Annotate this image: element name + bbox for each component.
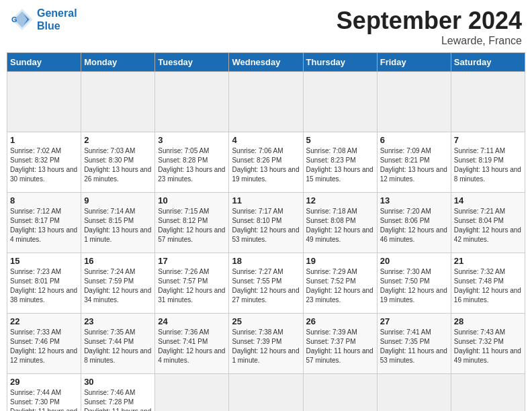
title-block: September 2024 Lewarde, France bbox=[337, 7, 522, 47]
cell-details: Sunrise: 7:14 AMSunset: 8:15 PMDaylight:… bbox=[84, 208, 151, 243]
calendar-cell bbox=[303, 374, 377, 412]
page-header: G General Blue September 2024 Lewarde, F… bbox=[7, 7, 525, 47]
cell-details: Sunrise: 7:11 AMSunset: 8:19 PMDaylight:… bbox=[454, 147, 521, 183]
weekday-header: Monday bbox=[81, 53, 155, 72]
day-number: 24 bbox=[158, 316, 226, 326]
day-number: 3 bbox=[158, 135, 226, 145]
logo-text-top: General bbox=[37, 7, 77, 19]
calendar-week-row: 29Sunrise: 7:44 AMSunset: 7:30 PMDayligh… bbox=[7, 374, 525, 412]
logo-text-bottom: Blue bbox=[37, 19, 77, 32]
calendar-cell: 16Sunrise: 7:24 AMSunset: 7:59 PMDayligh… bbox=[81, 253, 155, 314]
day-number: 7 bbox=[454, 135, 522, 145]
day-number: 15 bbox=[10, 256, 78, 266]
day-number: 19 bbox=[306, 256, 374, 266]
day-number: 1 bbox=[10, 135, 78, 145]
cell-details: Sunrise: 7:29 AMSunset: 7:52 PMDaylight:… bbox=[306, 268, 373, 304]
calendar-week-row: 22Sunrise: 7:33 AMSunset: 7:46 PMDayligh… bbox=[7, 314, 525, 374]
calendar-cell bbox=[303, 72, 377, 132]
cell-details: Sunrise: 7:24 AMSunset: 7:59 PMDaylight:… bbox=[84, 268, 151, 304]
calendar-cell: 29Sunrise: 7:44 AMSunset: 7:30 PMDayligh… bbox=[7, 374, 81, 412]
calendar-cell: 25Sunrise: 7:38 AMSunset: 7:39 PMDayligh… bbox=[229, 314, 303, 374]
day-number: 10 bbox=[158, 195, 226, 205]
calendar-cell bbox=[377, 72, 451, 132]
calendar-week-row: 8Sunrise: 7:12 AMSunset: 8:17 PMDaylight… bbox=[7, 193, 525, 253]
weekday-header: Thursday bbox=[303, 53, 377, 72]
day-number: 27 bbox=[380, 316, 448, 326]
svg-text:G: G bbox=[11, 15, 17, 24]
calendar-week-row: 1Sunrise: 7:02 AMSunset: 8:32 PMDaylight… bbox=[7, 132, 525, 193]
calendar-cell: 4Sunrise: 7:06 AMSunset: 8:26 PMDaylight… bbox=[229, 132, 303, 193]
cell-details: Sunrise: 7:32 AMSunset: 7:48 PMDaylight:… bbox=[454, 268, 521, 304]
day-number: 17 bbox=[158, 256, 226, 266]
cell-details: Sunrise: 7:26 AMSunset: 7:57 PMDaylight:… bbox=[158, 268, 225, 304]
cell-details: Sunrise: 7:35 AMSunset: 7:44 PMDaylight:… bbox=[84, 328, 151, 364]
cell-details: Sunrise: 7:44 AMSunset: 7:30 PMDaylight:… bbox=[10, 389, 77, 411]
day-number: 26 bbox=[306, 316, 374, 326]
calendar-cell bbox=[377, 374, 451, 412]
logo-icon: G bbox=[10, 7, 34, 32]
calendar-cell: 24Sunrise: 7:36 AMSunset: 7:41 PMDayligh… bbox=[155, 314, 229, 374]
calendar-cell: 2Sunrise: 7:03 AMSunset: 8:30 PMDaylight… bbox=[81, 132, 155, 193]
calendar-cell: 12Sunrise: 7:18 AMSunset: 8:08 PMDayligh… bbox=[303, 193, 377, 253]
calendar-week-row: 15Sunrise: 7:23 AMSunset: 8:01 PMDayligh… bbox=[7, 253, 525, 314]
day-number: 8 bbox=[10, 195, 78, 205]
calendar-cell bbox=[451, 72, 525, 132]
day-number: 12 bbox=[306, 195, 374, 205]
day-number: 29 bbox=[10, 377, 78, 387]
cell-details: Sunrise: 7:02 AMSunset: 8:32 PMDaylight:… bbox=[10, 147, 77, 183]
calendar-cell: 28Sunrise: 7:43 AMSunset: 7:32 PMDayligh… bbox=[451, 314, 525, 374]
cell-details: Sunrise: 7:41 AMSunset: 7:35 PMDaylight:… bbox=[380, 328, 447, 364]
calendar-cell: 14Sunrise: 7:21 AMSunset: 8:04 PMDayligh… bbox=[451, 193, 525, 253]
cell-details: Sunrise: 7:43 AMSunset: 7:32 PMDaylight:… bbox=[454, 328, 521, 364]
cell-details: Sunrise: 7:03 AMSunset: 8:30 PMDaylight:… bbox=[84, 147, 151, 183]
calendar-cell bbox=[7, 72, 81, 132]
cell-details: Sunrise: 7:30 AMSunset: 7:50 PMDaylight:… bbox=[380, 268, 447, 304]
day-number: 28 bbox=[454, 316, 522, 326]
cell-details: Sunrise: 7:36 AMSunset: 7:41 PMDaylight:… bbox=[158, 328, 225, 364]
calendar-cell bbox=[229, 72, 303, 132]
calendar-cell: 1Sunrise: 7:02 AMSunset: 8:32 PMDaylight… bbox=[7, 132, 81, 193]
calendar-cell: 20Sunrise: 7:30 AMSunset: 7:50 PMDayligh… bbox=[377, 253, 451, 314]
calendar-cell bbox=[451, 374, 525, 412]
calendar-cell bbox=[155, 374, 229, 412]
calendar-cell: 30Sunrise: 7:46 AMSunset: 7:28 PMDayligh… bbox=[81, 374, 155, 412]
location: Lewarde, France bbox=[337, 35, 522, 47]
weekday-header: Sunday bbox=[7, 53, 81, 72]
cell-details: Sunrise: 7:39 AMSunset: 7:37 PMDaylight:… bbox=[306, 328, 373, 364]
calendar-cell: 10Sunrise: 7:15 AMSunset: 8:12 PMDayligh… bbox=[155, 193, 229, 253]
day-number: 2 bbox=[84, 135, 152, 145]
day-number: 25 bbox=[232, 316, 300, 326]
day-number: 5 bbox=[306, 135, 374, 145]
cell-details: Sunrise: 7:21 AMSunset: 8:04 PMDaylight:… bbox=[454, 208, 521, 243]
weekday-header: Wednesday bbox=[229, 53, 303, 72]
calendar-cell: 19Sunrise: 7:29 AMSunset: 7:52 PMDayligh… bbox=[303, 253, 377, 314]
calendar-cell: 5Sunrise: 7:08 AMSunset: 8:23 PMDaylight… bbox=[303, 132, 377, 193]
cell-details: Sunrise: 7:33 AMSunset: 7:46 PMDaylight:… bbox=[10, 328, 77, 364]
calendar-cell: 9Sunrise: 7:14 AMSunset: 8:15 PMDaylight… bbox=[81, 193, 155, 253]
calendar-cell bbox=[81, 72, 155, 132]
cell-details: Sunrise: 7:20 AMSunset: 8:06 PMDaylight:… bbox=[380, 208, 447, 243]
calendar-cell: 11Sunrise: 7:17 AMSunset: 8:10 PMDayligh… bbox=[229, 193, 303, 253]
day-number: 16 bbox=[84, 256, 152, 266]
cell-details: Sunrise: 7:08 AMSunset: 8:23 PMDaylight:… bbox=[306, 147, 373, 183]
calendar-cell bbox=[155, 72, 229, 132]
cell-details: Sunrise: 7:38 AMSunset: 7:39 PMDaylight:… bbox=[232, 328, 299, 364]
cell-details: Sunrise: 7:06 AMSunset: 8:26 PMDaylight:… bbox=[232, 147, 299, 183]
cell-details: Sunrise: 7:46 AMSunset: 7:28 PMDaylight:… bbox=[84, 389, 151, 411]
calendar-cell: 8Sunrise: 7:12 AMSunset: 8:17 PMDaylight… bbox=[7, 193, 81, 253]
day-number: 13 bbox=[380, 195, 448, 205]
calendar-table: SundayMondayTuesdayWednesdayThursdayFrid… bbox=[7, 52, 525, 411]
weekday-header: Tuesday bbox=[155, 53, 229, 72]
calendar-cell: 3Sunrise: 7:05 AMSunset: 8:28 PMDaylight… bbox=[155, 132, 229, 193]
logo: G General Blue bbox=[10, 7, 77, 32]
cell-details: Sunrise: 7:09 AMSunset: 8:21 PMDaylight:… bbox=[380, 147, 447, 183]
day-number: 14 bbox=[454, 195, 522, 205]
day-number: 18 bbox=[232, 256, 300, 266]
cell-details: Sunrise: 7:27 AMSunset: 7:55 PMDaylight:… bbox=[232, 268, 299, 304]
day-number: 30 bbox=[84, 377, 152, 387]
weekday-header: Friday bbox=[377, 53, 451, 72]
calendar-cell: 6Sunrise: 7:09 AMSunset: 8:21 PMDaylight… bbox=[377, 132, 451, 193]
day-number: 6 bbox=[380, 135, 448, 145]
calendar-cell: 27Sunrise: 7:41 AMSunset: 7:35 PMDayligh… bbox=[377, 314, 451, 374]
calendar-cell: 23Sunrise: 7:35 AMSunset: 7:44 PMDayligh… bbox=[81, 314, 155, 374]
